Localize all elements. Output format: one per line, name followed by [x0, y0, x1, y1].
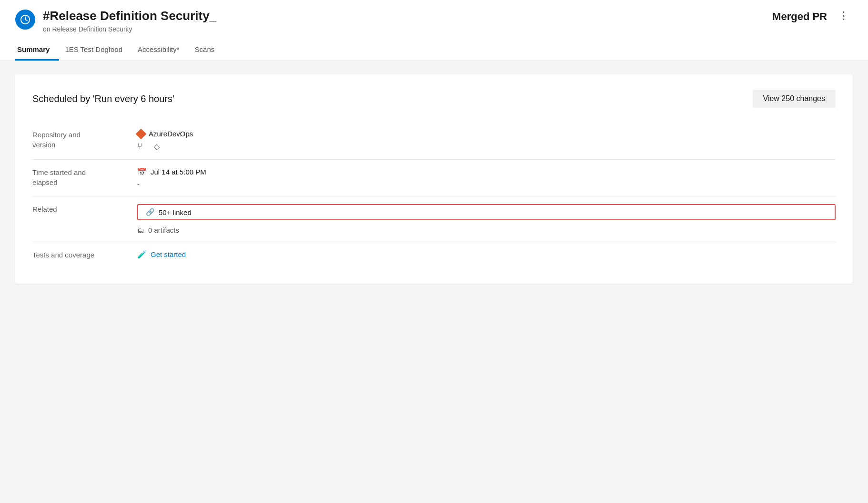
page-header: #Release Definition Security_ on Release…: [0, 0, 868, 61]
related-value: 🔗 50+ linked 🗂 0 artifacts: [137, 197, 836, 241]
view-changes-button[interactable]: View 250 changes: [753, 90, 836, 108]
linked-text: 50+ linked: [159, 208, 192, 216]
time-line: 📅 Jul 14 at 5:00 PM: [137, 167, 836, 176]
tab-bar: Summary 1ES Test Dogfood Accessibility* …: [15, 41, 853, 61]
flask-icon: 🧪: [137, 250, 147, 259]
tests-value: 🧪 Get started: [137, 243, 836, 267]
header-left: #Release Definition Security_ on Release…: [15, 9, 216, 33]
summary-card: Scheduled by 'Run every 6 hours' View 25…: [15, 74, 853, 284]
calendar-icon: 📅: [137, 167, 147, 176]
repo-name-line: AzureDevOps: [137, 130, 836, 138]
divider-2: [32, 196, 836, 196]
azure-devops-icon: [136, 128, 147, 139]
time-text: Jul 14 at 5:00 PM: [151, 168, 206, 176]
link-icon: 🔗: [146, 208, 155, 216]
tests-line: 🧪 Get started: [137, 250, 836, 259]
artifacts-text: 0 artifacts: [148, 226, 179, 234]
clock-icon: [20, 14, 30, 25]
related-label: Related: [32, 197, 137, 241]
repo-value: AzureDevOps ⑂ ◇: [137, 123, 836, 158]
tests-label: Tests and coverage: [32, 243, 137, 267]
pipeline-icon: [15, 10, 35, 30]
tab-accessibility[interactable]: Accessibility*: [136, 41, 189, 61]
header-right: Merged PR ⋮: [772, 9, 853, 23]
info-grid: Repository and version AzureDevOps ⑂ ◇ T…: [32, 123, 836, 267]
more-menu-button[interactable]: ⋮: [835, 9, 853, 23]
divider-3: [32, 242, 836, 242]
branch-line: ⑂ ◇: [137, 142, 836, 152]
repo-name: AzureDevOps: [149, 130, 193, 138]
pipeline-status: Merged PR: [772, 10, 827, 23]
tab-1es[interactable]: 1ES Test Dogfood: [63, 41, 132, 61]
linked-button[interactable]: 🔗 50+ linked: [137, 204, 836, 220]
time-elapsed: -: [137, 180, 836, 188]
main-content: Scheduled by 'Run every 6 hours' View 25…: [0, 61, 868, 297]
divider-1: [32, 159, 836, 160]
artifacts-icon: 🗂: [137, 226, 144, 234]
artifacts-line: 🗂 0 artifacts: [137, 226, 836, 234]
time-label: Time started and elapsed: [32, 161, 137, 195]
title-group: #Release Definition Security_ on Release…: [43, 9, 216, 33]
header-top: #Release Definition Security_ on Release…: [15, 9, 853, 33]
tab-scans[interactable]: Scans: [193, 41, 224, 61]
commit-icon: ◇: [154, 142, 160, 151]
branch-icon: ⑂: [137, 142, 142, 152]
page-subtitle: on Release Definition Security: [43, 25, 216, 33]
scheduled-row: Scheduled by 'Run every 6 hours' View 25…: [32, 90, 836, 108]
get-started-link[interactable]: Get started: [151, 250, 186, 258]
page-title: #Release Definition Security_: [43, 9, 216, 23]
time-value: 📅 Jul 14 at 5:00 PM -: [137, 161, 836, 195]
scheduled-text: Scheduled by 'Run every 6 hours': [32, 93, 174, 104]
repo-label: Repository and version: [32, 123, 137, 158]
tab-summary[interactable]: Summary: [15, 41, 59, 61]
